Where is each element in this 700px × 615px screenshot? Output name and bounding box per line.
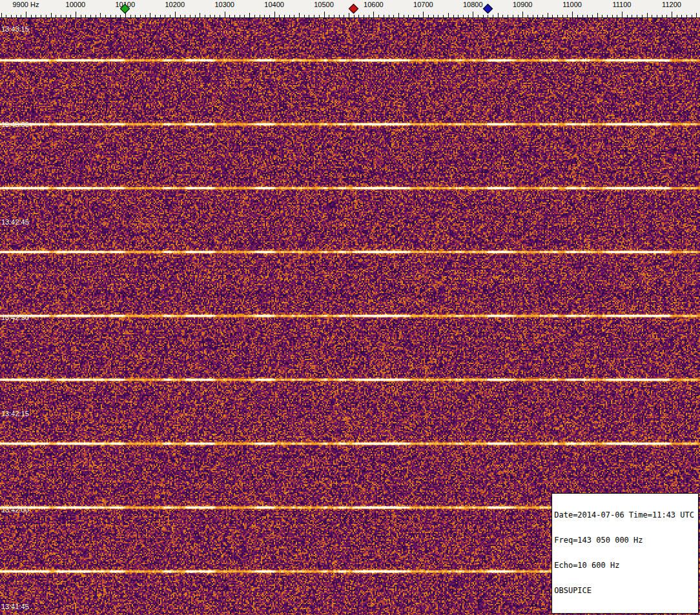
ruler-tick bbox=[145, 15, 146, 17]
ruler-tick bbox=[692, 15, 692, 17]
ruler-tick bbox=[533, 15, 533, 17]
time-label: 13:42:15 bbox=[1, 410, 29, 418]
ruler-tick bbox=[26, 12, 26, 17]
ruler-tick bbox=[498, 13, 499, 17]
ruler-tick bbox=[677, 15, 677, 17]
ruler-tick bbox=[46, 15, 46, 17]
ruler-tick bbox=[309, 15, 309, 17]
ruler-tick bbox=[373, 12, 374, 17]
ruler-tick bbox=[354, 15, 355, 17]
time-label: 13:42:45 bbox=[1, 218, 29, 226]
ruler-tick bbox=[378, 15, 379, 17]
ruler-tick bbox=[657, 15, 657, 17]
ruler-tick bbox=[339, 15, 340, 17]
time-label: 13:43:00 bbox=[1, 121, 29, 128]
ruler-tick bbox=[175, 12, 176, 17]
ruler-frequency-label: 10700 bbox=[400, 1, 446, 8]
ruler-tick bbox=[453, 15, 454, 17]
observation-info-box: Date=2014-07-06 Time=11:43 UTC Freq=143 … bbox=[551, 493, 699, 614]
ruler-tick bbox=[289, 15, 290, 17]
ruler-tick bbox=[358, 15, 359, 17]
ruler-tick bbox=[562, 15, 563, 17]
ruler-tick bbox=[105, 15, 106, 17]
ruler-tick bbox=[160, 15, 161, 17]
ruler-tick bbox=[240, 15, 240, 17]
ruler-tick bbox=[61, 15, 61, 17]
ruler-tick bbox=[458, 15, 458, 17]
info-date-line: Date=2014-07-06 Time=11:43 UTC bbox=[554, 511, 694, 519]
ruler-tick bbox=[260, 15, 260, 17]
ruler-tick bbox=[493, 15, 493, 17]
ruler-tick bbox=[468, 15, 469, 17]
ruler-tick bbox=[652, 15, 652, 17]
ruler-tick bbox=[473, 12, 473, 17]
ruler-frequency-label: 10000 bbox=[53, 1, 98, 8]
ruler-tick bbox=[666, 15, 667, 17]
ruler-tick bbox=[681, 15, 682, 17]
ruler-tick bbox=[582, 15, 583, 17]
ruler-tick bbox=[344, 15, 344, 17]
ruler-tick bbox=[433, 15, 434, 17]
ruler-tick bbox=[130, 15, 131, 17]
ruler-tick bbox=[294, 15, 294, 17]
ruler-tick bbox=[448, 13, 449, 17]
info-station-line: OBSUPICE bbox=[554, 587, 694, 595]
ruler-tick bbox=[185, 15, 185, 17]
frequency-ruler[interactable]: 9900 Hz100001010010200103001040010500106… bbox=[0, 0, 700, 18]
ruler-tick bbox=[100, 13, 101, 17]
ruler-tick bbox=[349, 13, 349, 17]
ruler-tick bbox=[607, 15, 608, 17]
ruler-frequency-label: 9900 Hz bbox=[3, 1, 48, 8]
ruler-tick bbox=[41, 15, 41, 17]
ruler-tick bbox=[602, 15, 602, 17]
ruler-tick bbox=[110, 15, 111, 17]
ruler-frequency-label: 10500 bbox=[302, 1, 347, 8]
ruler-tick bbox=[324, 12, 325, 17]
ruler-tick bbox=[662, 15, 663, 17]
ruler-tick bbox=[413, 15, 414, 17]
ruler-tick bbox=[200, 13, 200, 17]
ruler-tick bbox=[364, 15, 364, 17]
waterfall-area: -100 dB -50 0 Date=2014-07-06 Time=11:43… bbox=[0, 18, 700, 615]
time-label: 13:43:15 bbox=[1, 25, 29, 33]
ruler-tick bbox=[587, 15, 588, 17]
info-echo-line: Echo=10 600 Hz bbox=[554, 561, 694, 570]
ruler-tick bbox=[483, 15, 484, 17]
ruler-tick bbox=[622, 12, 623, 17]
ruler-tick bbox=[443, 15, 444, 17]
ruler-tick bbox=[552, 15, 553, 17]
ruler-tick bbox=[36, 15, 36, 17]
ruler-tick bbox=[165, 15, 165, 17]
ruler-tick bbox=[672, 12, 672, 17]
ruler-tick bbox=[11, 15, 12, 17]
ruler-tick bbox=[389, 15, 389, 17]
ruler-tick bbox=[90, 15, 91, 17]
ruler-tick bbox=[592, 15, 593, 17]
ruler-tick bbox=[155, 15, 156, 17]
time-label: 13:41:45 bbox=[1, 603, 29, 610]
ruler-tick bbox=[284, 15, 285, 17]
ruler-tick bbox=[190, 15, 190, 17]
ruler-frequency-label: 11200 bbox=[649, 1, 694, 8]
ruler-tick bbox=[488, 15, 488, 17]
time-label: 13:42:00 bbox=[1, 506, 29, 514]
ruler-tick bbox=[66, 15, 67, 17]
ruler-tick bbox=[577, 15, 578, 17]
ruler-tick bbox=[274, 12, 275, 17]
ruler-tick bbox=[513, 15, 513, 17]
ruler-tick bbox=[120, 15, 121, 17]
ruler-tick bbox=[369, 15, 369, 17]
ruler-tick bbox=[627, 15, 628, 17]
ruler-tick bbox=[299, 13, 300, 17]
ruler-tick bbox=[572, 12, 573, 17]
ruler-frequency-label: 11100 bbox=[599, 1, 644, 8]
ruler-tick bbox=[557, 15, 558, 17]
ruler-tick bbox=[31, 15, 32, 17]
ruler-tick bbox=[637, 15, 637, 17]
ruler-tick bbox=[229, 15, 230, 17]
ruler-tick bbox=[548, 13, 548, 17]
ruler-frequency-label: 10900 bbox=[500, 1, 545, 8]
ruler-tick bbox=[686, 15, 687, 17]
ruler-tick bbox=[51, 13, 52, 17]
ruler-tick bbox=[612, 15, 613, 17]
